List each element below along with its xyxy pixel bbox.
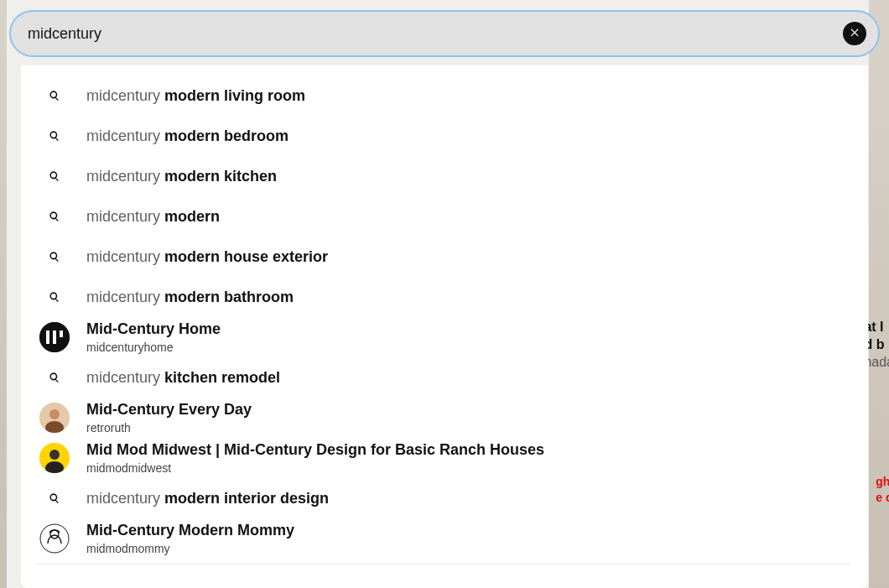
suggestion-search[interactable]: midcentury modern — [21, 196, 868, 237]
suggestion-text: midcentury modern bedroom — [86, 128, 868, 143]
background-content-left — [0, 0, 7, 588]
search-icon — [39, 201, 70, 232]
suggestion-search[interactable]: midcentury modern house exterior — [21, 237, 868, 277]
search-input[interactable] — [28, 25, 843, 43]
suggestion-profile[interactable]: Mid-Century Modern Mommymidmodmommy — [21, 518, 868, 559]
search-bar[interactable] — [9, 10, 880, 57]
avatar — [39, 523, 70, 554]
avatar — [39, 322, 70, 352]
avatar — [39, 403, 70, 433]
suggestion-search[interactable]: midcentury modern living room — [21, 75, 868, 116]
suggestion-profile[interactable]: Mid Mod Midwest | Mid-Century Design for… — [21, 438, 868, 478]
suggestion-text: midcentury modern house exterior — [86, 249, 868, 264]
profile-handle: midmodmidwest — [86, 461, 868, 475]
profile-title: Mid Mod Midwest | Mid-Century Design for… — [86, 441, 868, 460]
search-icon — [39, 282, 70, 312]
suggestion-search[interactable]: midcentury modern bathroom — [21, 277, 868, 317]
profile-handle: midcenturyhome — [86, 341, 868, 354]
avatar — [39, 443, 70, 473]
suggestion-profile[interactable]: Mid-Century Every Dayretroruth — [21, 398, 868, 438]
profile-text: Mid-Century Modern Mommymidmodmommy — [86, 522, 868, 555]
close-icon — [849, 26, 860, 41]
search-icon — [39, 121, 70, 151]
background-text-red: ght e o — [876, 474, 889, 506]
svg-rect-2 — [53, 330, 56, 344]
clear-search-button[interactable] — [843, 22, 866, 45]
profile-title: Mid-Century Modern Mommy — [86, 522, 868, 540]
suggestion-profile[interactable]: Mid-Century Homemidcenturyhome — [21, 317, 868, 357]
svg-rect-1 — [46, 330, 49, 344]
suggestion-search[interactable]: midcentury modern interior design — [21, 478, 868, 518]
suggestion-text: midcentury kitchen remodel — [86, 370, 868, 385]
profile-handle: retroruth — [86, 421, 868, 434]
search-suggestions-dropdown: midcentury modern living roommidcentury … — [21, 65, 868, 588]
profile-text: Mid-Century Every Dayretroruth — [86, 401, 868, 434]
suggestion-text: midcentury modern living room — [86, 88, 868, 103]
search-icon — [39, 242, 70, 272]
suggestion-text: midcentury modern — [86, 209, 868, 224]
search-icon — [39, 483, 70, 513]
profile-title: Mid-Century Home — [86, 320, 868, 339]
suggestion-text: midcentury modern kitchen — [86, 169, 868, 184]
suggestion-text: midcentury modern bathroom — [86, 289, 868, 304]
svg-rect-3 — [60, 330, 63, 337]
profile-text: Mid Mod Midwest | Mid-Century Design for… — [86, 441, 868, 475]
svg-point-5 — [49, 409, 60, 419]
suggestion-search[interactable]: midcentury modern bedroom — [21, 116, 868, 156]
search-icon — [39, 81, 70, 111]
profile-text: Mid-Century Homemidcenturyhome — [86, 320, 868, 354]
search-icon — [39, 362, 70, 393]
svg-point-8 — [49, 450, 60, 460]
dropdown-divider — [38, 564, 851, 565]
suggestion-search[interactable]: midcentury kitchen remodel — [21, 357, 868, 398]
profile-handle: midmodmommy — [86, 542, 868, 555]
search-icon — [39, 161, 70, 191]
suggestion-search[interactable]: midcentury modern kitchen — [21, 156, 868, 196]
profile-title: Mid-Century Every Day — [86, 401, 868, 419]
suggestion-text: midcentury modern interior design — [86, 491, 868, 506]
